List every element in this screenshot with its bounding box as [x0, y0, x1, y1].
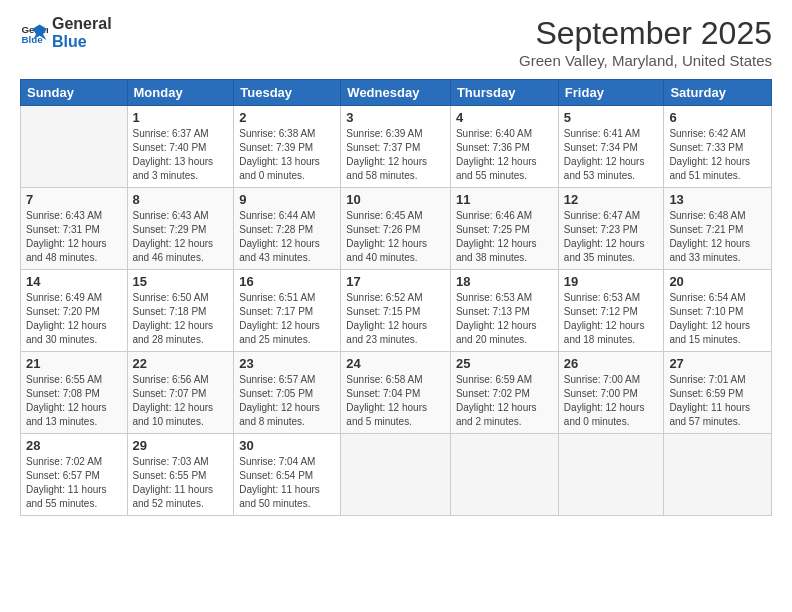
- day-info: Sunrise: 6:39 AMSunset: 7:37 PMDaylight:…: [346, 127, 445, 183]
- calendar-header-row: SundayMondayTuesdayWednesdayThursdayFrid…: [21, 80, 772, 106]
- day-number: 9: [239, 192, 335, 207]
- calendar-cell: 4Sunrise: 6:40 AMSunset: 7:36 PMDaylight…: [450, 106, 558, 188]
- day-info: Sunrise: 6:44 AMSunset: 7:28 PMDaylight:…: [239, 209, 335, 265]
- day-header-sunday: Sunday: [21, 80, 128, 106]
- calendar-cell: 26Sunrise: 7:00 AMSunset: 7:00 PMDayligh…: [558, 352, 664, 434]
- day-number: 25: [456, 356, 553, 371]
- calendar-cell: 29Sunrise: 7:03 AMSunset: 6:55 PMDayligh…: [127, 434, 234, 516]
- calendar-cell: 15Sunrise: 6:50 AMSunset: 7:18 PMDayligh…: [127, 270, 234, 352]
- day-info: Sunrise: 6:49 AMSunset: 7:20 PMDaylight:…: [26, 291, 122, 347]
- calendar-cell: [558, 434, 664, 516]
- day-info: Sunrise: 7:01 AMSunset: 6:59 PMDaylight:…: [669, 373, 766, 429]
- day-info: Sunrise: 6:48 AMSunset: 7:21 PMDaylight:…: [669, 209, 766, 265]
- calendar-cell: 2Sunrise: 6:38 AMSunset: 7:39 PMDaylight…: [234, 106, 341, 188]
- day-number: 14: [26, 274, 122, 289]
- day-number: 27: [669, 356, 766, 371]
- day-info: Sunrise: 6:41 AMSunset: 7:34 PMDaylight:…: [564, 127, 659, 183]
- title-block: September 2025 Green Valley, Maryland, U…: [519, 15, 772, 69]
- day-info: Sunrise: 6:40 AMSunset: 7:36 PMDaylight:…: [456, 127, 553, 183]
- day-header-monday: Monday: [127, 80, 234, 106]
- calendar-cell: 5Sunrise: 6:41 AMSunset: 7:34 PMDaylight…: [558, 106, 664, 188]
- day-info: Sunrise: 6:43 AMSunset: 7:31 PMDaylight:…: [26, 209, 122, 265]
- logo: General Blue General Blue: [20, 15, 112, 50]
- calendar-cell: 18Sunrise: 6:53 AMSunset: 7:13 PMDayligh…: [450, 270, 558, 352]
- logo-general-text: General: [52, 15, 112, 33]
- calendar-cell: 8Sunrise: 6:43 AMSunset: 7:29 PMDaylight…: [127, 188, 234, 270]
- day-number: 16: [239, 274, 335, 289]
- calendar-subtitle: Green Valley, Maryland, United States: [519, 52, 772, 69]
- calendar-cell: 14Sunrise: 6:49 AMSunset: 7:20 PMDayligh…: [21, 270, 128, 352]
- day-number: 21: [26, 356, 122, 371]
- day-number: 18: [456, 274, 553, 289]
- header: General Blue General Blue September 2025…: [20, 15, 772, 69]
- calendar-cell: 24Sunrise: 6:58 AMSunset: 7:04 PMDayligh…: [341, 352, 451, 434]
- calendar-cell: [664, 434, 772, 516]
- day-number: 22: [133, 356, 229, 371]
- calendar-cell: 20Sunrise: 6:54 AMSunset: 7:10 PMDayligh…: [664, 270, 772, 352]
- calendar-week-1: 1Sunrise: 6:37 AMSunset: 7:40 PMDaylight…: [21, 106, 772, 188]
- day-header-friday: Friday: [558, 80, 664, 106]
- day-number: 1: [133, 110, 229, 125]
- day-info: Sunrise: 7:00 AMSunset: 7:00 PMDaylight:…: [564, 373, 659, 429]
- day-number: 15: [133, 274, 229, 289]
- day-info: Sunrise: 6:46 AMSunset: 7:25 PMDaylight:…: [456, 209, 553, 265]
- day-number: 23: [239, 356, 335, 371]
- calendar-cell: 3Sunrise: 6:39 AMSunset: 7:37 PMDaylight…: [341, 106, 451, 188]
- day-number: 24: [346, 356, 445, 371]
- logo-icon: General Blue: [20, 19, 48, 47]
- calendar-cell: 16Sunrise: 6:51 AMSunset: 7:17 PMDayligh…: [234, 270, 341, 352]
- day-header-saturday: Saturday: [664, 80, 772, 106]
- day-info: Sunrise: 6:53 AMSunset: 7:13 PMDaylight:…: [456, 291, 553, 347]
- day-number: 11: [456, 192, 553, 207]
- day-info: Sunrise: 6:56 AMSunset: 7:07 PMDaylight:…: [133, 373, 229, 429]
- day-info: Sunrise: 6:55 AMSunset: 7:08 PMDaylight:…: [26, 373, 122, 429]
- calendar-cell: 30Sunrise: 7:04 AMSunset: 6:54 PMDayligh…: [234, 434, 341, 516]
- day-header-thursday: Thursday: [450, 80, 558, 106]
- day-number: 12: [564, 192, 659, 207]
- calendar-cell: 9Sunrise: 6:44 AMSunset: 7:28 PMDaylight…: [234, 188, 341, 270]
- calendar-cell: 27Sunrise: 7:01 AMSunset: 6:59 PMDayligh…: [664, 352, 772, 434]
- calendar-cell: [21, 106, 128, 188]
- calendar-table: SundayMondayTuesdayWednesdayThursdayFrid…: [20, 79, 772, 516]
- calendar-cell: 11Sunrise: 6:46 AMSunset: 7:25 PMDayligh…: [450, 188, 558, 270]
- calendar-week-5: 28Sunrise: 7:02 AMSunset: 6:57 PMDayligh…: [21, 434, 772, 516]
- calendar-cell: 17Sunrise: 6:52 AMSunset: 7:15 PMDayligh…: [341, 270, 451, 352]
- day-info: Sunrise: 6:58 AMSunset: 7:04 PMDaylight:…: [346, 373, 445, 429]
- day-number: 4: [456, 110, 553, 125]
- day-number: 6: [669, 110, 766, 125]
- day-info: Sunrise: 6:57 AMSunset: 7:05 PMDaylight:…: [239, 373, 335, 429]
- day-info: Sunrise: 6:37 AMSunset: 7:40 PMDaylight:…: [133, 127, 229, 183]
- day-number: 26: [564, 356, 659, 371]
- day-number: 28: [26, 438, 122, 453]
- day-header-tuesday: Tuesday: [234, 80, 341, 106]
- day-number: 7: [26, 192, 122, 207]
- day-info: Sunrise: 6:59 AMSunset: 7:02 PMDaylight:…: [456, 373, 553, 429]
- page: General Blue General Blue September 2025…: [0, 0, 792, 612]
- day-number: 30: [239, 438, 335, 453]
- day-header-wednesday: Wednesday: [341, 80, 451, 106]
- calendar-week-4: 21Sunrise: 6:55 AMSunset: 7:08 PMDayligh…: [21, 352, 772, 434]
- day-number: 20: [669, 274, 766, 289]
- day-info: Sunrise: 7:04 AMSunset: 6:54 PMDaylight:…: [239, 455, 335, 511]
- calendar-title: September 2025: [519, 15, 772, 52]
- calendar-cell: [341, 434, 451, 516]
- calendar-cell: 6Sunrise: 6:42 AMSunset: 7:33 PMDaylight…: [664, 106, 772, 188]
- day-number: 2: [239, 110, 335, 125]
- calendar-cell: 12Sunrise: 6:47 AMSunset: 7:23 PMDayligh…: [558, 188, 664, 270]
- day-info: Sunrise: 6:52 AMSunset: 7:15 PMDaylight:…: [346, 291, 445, 347]
- day-number: 5: [564, 110, 659, 125]
- day-number: 19: [564, 274, 659, 289]
- calendar-cell: 10Sunrise: 6:45 AMSunset: 7:26 PMDayligh…: [341, 188, 451, 270]
- day-info: Sunrise: 6:51 AMSunset: 7:17 PMDaylight:…: [239, 291, 335, 347]
- calendar-week-3: 14Sunrise: 6:49 AMSunset: 7:20 PMDayligh…: [21, 270, 772, 352]
- day-info: Sunrise: 6:38 AMSunset: 7:39 PMDaylight:…: [239, 127, 335, 183]
- day-number: 29: [133, 438, 229, 453]
- calendar-cell: 28Sunrise: 7:02 AMSunset: 6:57 PMDayligh…: [21, 434, 128, 516]
- day-info: Sunrise: 6:50 AMSunset: 7:18 PMDaylight:…: [133, 291, 229, 347]
- calendar-cell: 13Sunrise: 6:48 AMSunset: 7:21 PMDayligh…: [664, 188, 772, 270]
- day-info: Sunrise: 6:54 AMSunset: 7:10 PMDaylight:…: [669, 291, 766, 347]
- day-info: Sunrise: 6:43 AMSunset: 7:29 PMDaylight:…: [133, 209, 229, 265]
- day-number: 17: [346, 274, 445, 289]
- calendar-cell: 19Sunrise: 6:53 AMSunset: 7:12 PMDayligh…: [558, 270, 664, 352]
- day-info: Sunrise: 6:53 AMSunset: 7:12 PMDaylight:…: [564, 291, 659, 347]
